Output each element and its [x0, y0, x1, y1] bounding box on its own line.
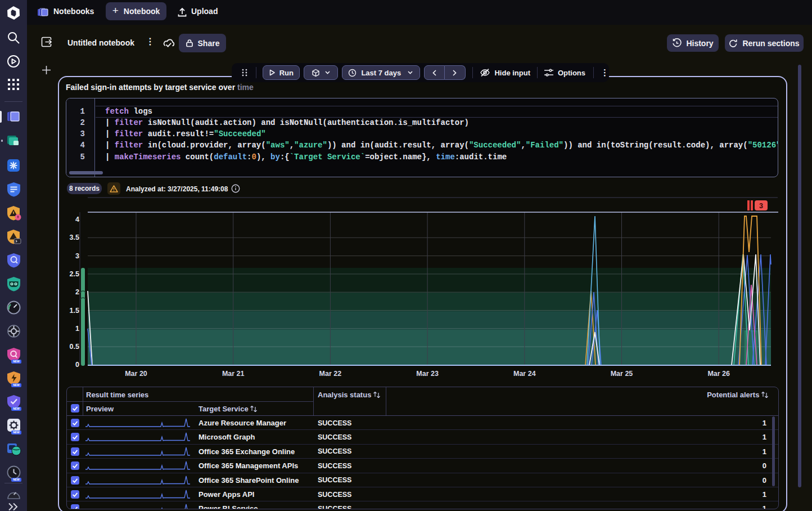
svg-text:Mar 25: Mar 25: [611, 370, 633, 378]
svg-text:NEW: NEW: [13, 431, 20, 434]
svg-text:3: 3: [759, 202, 763, 210]
svg-text:Mar 22: Mar 22: [319, 370, 342, 378]
svg-text:Mar 20: Mar 20: [125, 370, 147, 378]
svg-text:NEW: NEW: [13, 478, 20, 481]
svg-text:Mar 21: Mar 21: [222, 370, 245, 378]
svg-text:2.5: 2.5: [70, 270, 79, 278]
svg-text:4: 4: [75, 216, 79, 223]
svg-text:0: 0: [75, 361, 79, 369]
svg-text:3.5: 3.5: [70, 234, 79, 241]
svg-text:3: 3: [75, 252, 79, 260]
svg-text:1: 1: [75, 325, 79, 333]
svg-text:NEW: NEW: [13, 407, 20, 410]
svg-text:NEW: NEW: [13, 360, 20, 363]
svg-text:NEW: NEW: [13, 383, 20, 387]
svg-text:Mar 23: Mar 23: [416, 370, 439, 378]
svg-text:0.5: 0.5: [70, 343, 79, 351]
svg-text:Mar 26: Mar 26: [707, 370, 730, 378]
svg-text:Mar 24: Mar 24: [513, 370, 536, 378]
svg-text:2: 2: [75, 288, 79, 296]
svg-text:1.5: 1.5: [70, 307, 79, 315]
